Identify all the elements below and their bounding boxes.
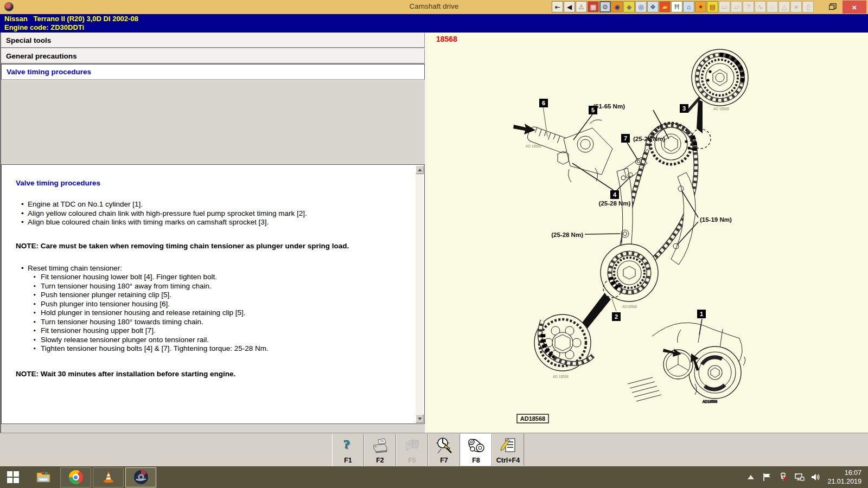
svg-text:6: 6 [542,100,545,106]
hose-icon[interactable]: ∿ [755,1,766,12]
svg-text:AD18568: AD18568 [622,305,637,309]
book-icon [403,436,422,455]
callout-7: 7 [621,134,630,143]
callout-1: 1 [697,310,706,318]
list-item: Turn tensioner housing 180° away from ti… [34,282,410,291]
repair-wrench-icon[interactable]: ⚙ [599,1,611,12]
svg-text:AD18568: AD18568 [703,400,717,403]
vehicle-lift-icon[interactable]: Ħ [671,1,682,12]
cards-icon[interactable]: ▱ [731,1,742,12]
section-general-precautions[interactable]: General precautions [1,48,425,64]
vehicle-data-icon[interactable]: ▦ [588,1,599,12]
road-icon[interactable]: ▰ [659,1,671,12]
torque-guide-right: (15-19 Nm) [700,216,732,223]
note-wait: NOTE: Wait 30 minutes after installation… [16,370,410,378]
clock[interactable]: 16:07 21.01.2019 [827,468,861,486]
timing-chain-illustration: AD 18568 AD18568 [427,33,868,433]
belt-drive-button[interactable]: F8 [460,434,492,466]
list-item: Push plunger into tensioner housing [6]. [34,300,410,309]
chrome-button[interactable] [60,467,91,487]
go-back-icon[interactable]: ◀ [564,1,575,12]
document-title: Valve timing procedures [16,179,410,187]
callout-leader [612,299,616,311]
document-scrollbar[interactable] [416,165,424,423]
machine-parts-icon[interactable]: ❖ [647,1,659,12]
list-item: Align blue coloured chain links with tim… [21,218,410,227]
list-item: Align yellow coloured chain link with hi… [21,209,410,219]
usb-safely-remove-icon[interactable] [778,472,788,482]
manual-button[interactable]: F5 [396,434,428,466]
reset-heading-list: Reset timing chain tensioner: [16,264,410,273]
torque-guide-left: (25-28 Nm) [551,232,583,238]
vlc-button[interactable] [93,467,124,487]
section-special-tools[interactable]: Special tools [1,33,425,48]
svg-text:4: 4 [613,191,617,198]
mouse-settings-icon[interactable]: ◆ [623,1,635,12]
start-button[interactable] [0,466,26,488]
scroll-down-button[interactable] [416,414,424,423]
help-tools-icon[interactable]: ? [743,1,754,12]
list-item: Push tensioner plunger retaining clip [5… [34,291,410,300]
building-icon[interactable]: ⌂ [683,1,694,12]
restore-window-icon[interactable] [829,3,837,10]
reset-steps-list: Fit tensioner housing lower bolt [4]. Fi… [16,273,410,354]
gauge-icon[interactable]: ◌ [767,1,778,12]
warning-alt-icon[interactable]: △ [778,1,790,12]
list-item: Hold plunger in tensioner housing and re… [34,309,410,318]
tool-gun-icon[interactable]: ✦ [695,1,706,12]
procedure-text: Valve timing procedures Engine at TDC on… [2,165,416,423]
folder-icon [36,471,51,484]
vehicle-model: Nissan Terrano II (R20) 3,0D DI 2002-08 [4,15,868,23]
seat-icon[interactable]: ▭ [719,1,730,12]
svg-text:AD18568: AD18568 [520,415,545,422]
svg-text:7: 7 [624,135,627,142]
inspection-button[interactable]: F7 [428,434,460,466]
file-explorer-button[interactable] [28,467,59,487]
torque-upper-bolt: (25-28 Nm) [633,136,665,142]
globe-icon[interactable]: ◉ [611,1,623,12]
titlebar-toolbar: ⇤ ◀ ⚠ ▦ ⚙ ◉ ◆ ◎ ❖ ▰ Ħ ⌂ ✦ ▤ ▭ ▱ ? ∿ ◌ △ … [552,1,814,12]
edit-note-button[interactable]: Ctrl+F4 [492,434,524,466]
tray-time: 16:07 [827,468,861,477]
list-item: Fit tensioner housing upper bolt [7]. [34,326,410,336]
callout-2: 2 [612,312,621,321]
print-button[interactable]: F2 [364,434,396,466]
belt-drive-icon [467,436,486,455]
callout-6: 6 [539,99,548,107]
cabinet-icon[interactable]: ▯ [802,1,814,12]
wheel-icon[interactable]: ◎ [635,1,647,12]
chrome-icon [69,470,83,484]
warning-icon[interactable]: ⚠ [576,1,587,12]
help-button[interactable]: ?? F1 [332,434,364,466]
timing-checks-list: Engine at TDC on No.1 cylinder [1]. Alig… [16,200,410,227]
note-tensioner: NOTE: Care must be taken when removing t… [16,242,410,250]
data-box-icon[interactable]: ▤ [707,1,718,12]
vehicle-header: Nissan Terrano II (R20) 3,0D DI 2002-08 … [0,14,868,33]
watermark: AD 18568 [526,144,541,148]
procedure-document: Valve timing procedures Engine at TDC on… [1,164,425,424]
volume-icon[interactable] [811,472,821,482]
magnifier-icon [435,436,454,455]
action-center-flag-icon[interactable] [762,472,772,482]
detail-pointer [697,100,703,133]
close-button[interactable]: × [843,1,866,14]
scroll-up-button[interactable] [416,165,424,174]
list-item: Fit tensioner housing lower bolt [4]. Fi… [34,273,410,282]
windows-taskbar: 16:07 21.01.2019 [0,466,868,488]
desktop: { "titlebar": { "title": "Camshaft drive… [0,0,868,488]
go-first-icon[interactable]: ⇤ [552,1,563,12]
section-valve-timing-procedures[interactable]: Valve timing procedures [1,64,425,80]
triangle-up-icon [418,169,422,171]
workshop-app-button[interactable] [125,467,156,487]
crankshaft-pulley: AD18568 [628,323,745,403]
vlc-cone-icon [101,470,116,484]
chain-tensioner [513,120,612,182]
engine-icon[interactable]: ∗ [790,1,802,12]
printer-icon [371,436,390,455]
svg-text:2: 2 [615,313,618,320]
network-icon[interactable] [795,472,805,482]
left-panel: Special tools General precautions Valve … [0,33,425,433]
tray-overflow-chevron-icon[interactable] [746,472,756,482]
system-tray: 16:07 21.01.2019 [746,468,868,486]
triangle-down-icon [418,418,422,420]
